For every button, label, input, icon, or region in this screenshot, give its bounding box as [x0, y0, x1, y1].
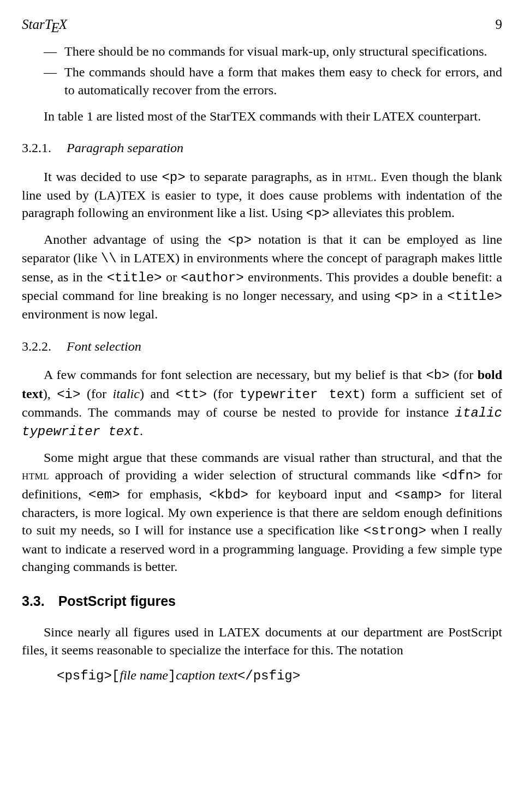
- subsection-heading-321: 3.2.1. Paragraph separation: [22, 139, 502, 157]
- psfig-syntax-example: <psfig>[file name]caption text</psfig>: [57, 666, 502, 685]
- paragraph: Since nearly all figures used in LATEX d…: [22, 623, 502, 659]
- section-title: PostScript figures: [58, 593, 176, 609]
- paragraph: Another advantage of using the <p> notat…: [22, 231, 502, 323]
- page-number: 9: [496, 15, 503, 34]
- subsection-title: Font selection: [67, 339, 141, 353]
- running-title: StarTEX: [22, 15, 67, 34]
- paragraph: Some might argue that these commands are…: [22, 449, 502, 576]
- list-item: There should be no commands for visual m…: [22, 43, 502, 60]
- paragraph: A few commands for font selection are ne…: [22, 366, 502, 441]
- section-heading-33: 3.3. PostScript figures: [22, 592, 502, 611]
- subsection-number: 3.2.2.: [22, 339, 51, 353]
- subsection-heading-322: 3.2.2. Font selection: [22, 338, 502, 355]
- running-header: StarTEX 9: [22, 15, 502, 34]
- paragraph: It was decided to use <p> to separate pa…: [22, 168, 502, 223]
- subsection-title: Paragraph separation: [67, 141, 183, 155]
- subsection-number: 3.2.1.: [22, 141, 51, 155]
- section-number: 3.3.: [22, 593, 45, 609]
- design-principles-list: There should be no commands for visual m…: [22, 43, 502, 99]
- table-reference-paragraph: In table 1 are listed most of the StarTE…: [22, 107, 502, 125]
- list-item: The commands should have a form that mak…: [22, 63, 502, 99]
